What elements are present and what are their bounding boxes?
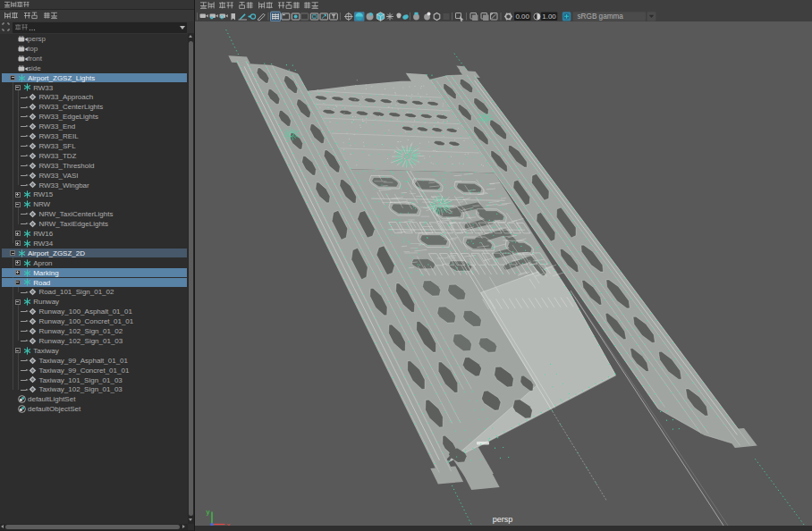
svg-text:sRGB gamma: sRGB gamma [578,13,624,21]
svg-text:0.00: 0.00 [515,13,529,21]
svg-text:y: y [207,508,210,516]
svg-text:1.00: 1.00 [542,13,556,21]
